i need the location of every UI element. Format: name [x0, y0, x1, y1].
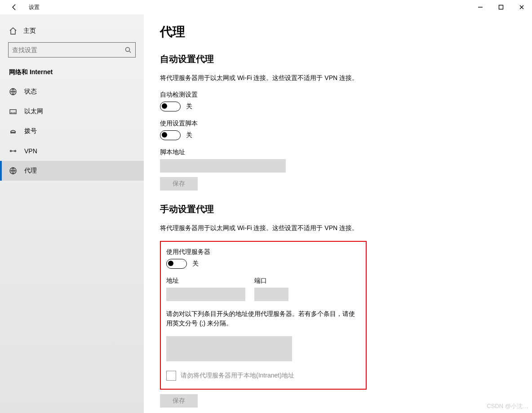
sidebar-item-label: 拨号 — [24, 127, 37, 135]
use-proxy-toggle[interactable] — [166, 259, 187, 269]
sidebar-home[interactable]: 主页 — [0, 23, 144, 39]
sidebar-item-label: 以太网 — [24, 107, 43, 115]
maximize-button[interactable] — [491, 0, 511, 14]
sidebar-item-proxy[interactable]: 代理 — [0, 161, 144, 181]
bypass-local-label: 请勿将代理服务器用于本地(Intranet)地址 — [181, 372, 294, 380]
svg-point-8 — [15, 151, 16, 152]
use-proxy-label: 使用代理服务器 — [166, 248, 360, 256]
home-icon — [9, 27, 17, 35]
vpn-icon — [9, 147, 17, 155]
content-area: 代理 自动设置代理 将代理服务器用于以太网或 Wi-Fi 连接。这些设置不适用于… — [144, 14, 532, 413]
sidebar: 主页 网络和 Internet 状态 以太网 — [0, 14, 144, 413]
proxy-exceptions-input[interactable] — [166, 336, 292, 361]
script-address-label: 脚本地址 — [160, 148, 516, 156]
sidebar-item-ethernet[interactable]: 以太网 — [0, 102, 144, 121]
auto-detect-toggle[interactable] — [160, 102, 181, 111]
svg-point-5 — [13, 132, 13, 133]
auto-save-button[interactable]: 保存 — [160, 177, 198, 191]
page-title: 代理 — [160, 23, 516, 40]
auto-detect-label: 自动检测设置 — [160, 91, 516, 99]
search-box[interactable] — [8, 42, 136, 58]
use-script-state: 关 — [186, 131, 192, 139]
minimize-button[interactable] — [470, 0, 491, 14]
svg-point-1 — [126, 48, 130, 52]
manual-proxy-heading: 手动设置代理 — [160, 203, 516, 215]
svg-point-7 — [10, 151, 12, 152]
manual-save-button[interactable]: 保存 — [160, 394, 198, 408]
use-proxy-state: 关 — [192, 260, 199, 268]
titlebar: 设置 — [0, 0, 532, 14]
proxy-address-input[interactable] — [166, 288, 245, 301]
manual-proxy-desc: 将代理服务器用于以太网或 Wi-Fi 连接。这些设置不适用于 VPN 连接。 — [160, 223, 516, 233]
sidebar-item-vpn[interactable]: VPN — [0, 141, 144, 161]
search-icon — [121, 46, 135, 53]
script-address-input[interactable] — [160, 159, 286, 173]
dialup-icon — [9, 127, 17, 135]
use-script-toggle[interactable] — [160, 130, 181, 140]
svg-rect-0 — [499, 5, 503, 9]
proxy-port-input[interactable] — [254, 288, 288, 301]
sidebar-home-label: 主页 — [23, 27, 36, 35]
sidebar-item-label: 代理 — [24, 167, 37, 175]
proxy-icon — [9, 167, 17, 175]
sidebar-item-label: 状态 — [24, 88, 37, 96]
close-button[interactable] — [511, 0, 532, 14]
status-icon — [9, 88, 17, 96]
auto-proxy-heading: 自动设置代理 — [160, 53, 516, 65]
proxy-port-label: 端口 — [254, 277, 288, 285]
app-title: 设置 — [29, 4, 40, 11]
manual-highlight-box: 使用代理服务器 关 地址 端口 — [160, 241, 367, 390]
search-input[interactable] — [9, 46, 121, 53]
back-button[interactable] — [7, 0, 22, 14]
auto-detect-state: 关 — [186, 102, 192, 111]
sidebar-item-dialup[interactable]: 拨号 — [0, 121, 144, 141]
sidebar-item-label: VPN — [24, 147, 37, 155]
auto-proxy-desc: 将代理服务器用于以太网或 Wi-Fi 连接。这些设置不适用于 VPN 连接。 — [160, 73, 516, 83]
proxy-exceptions-label: 请勿对以下列条目开头的地址使用代理服务器。若有多个条目，请使用英文分号 (;) … — [166, 309, 355, 328]
svg-point-4 — [11, 132, 12, 133]
bypass-local-checkbox[interactable] — [166, 371, 176, 381]
proxy-address-label: 地址 — [166, 277, 245, 285]
sidebar-group-title: 网络和 Internet — [0, 67, 144, 82]
use-script-label: 使用设置脚本 — [160, 120, 516, 128]
sidebar-item-status[interactable]: 状态 — [0, 82, 144, 102]
svg-point-6 — [14, 132, 15, 133]
ethernet-icon — [9, 107, 17, 115]
